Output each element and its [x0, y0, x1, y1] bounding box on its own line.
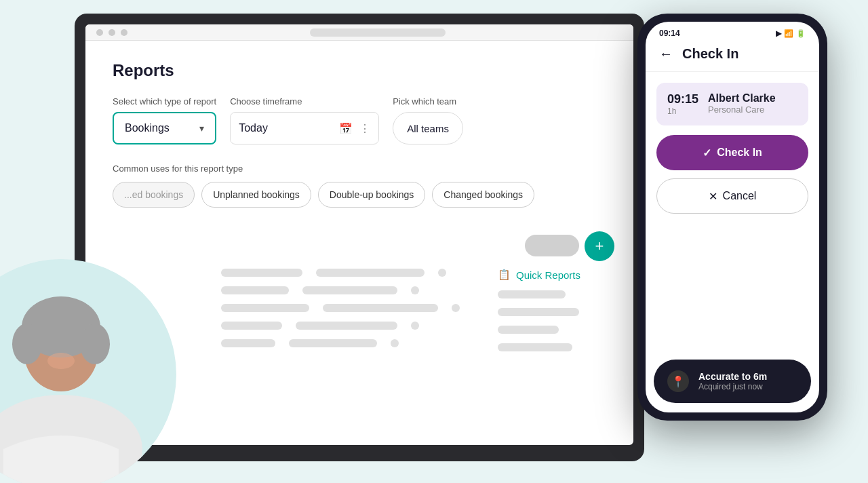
- skel-dot: [411, 286, 419, 294]
- skel-cell: [296, 322, 397, 330]
- skel-cell: [221, 286, 289, 294]
- traffic-light-max: [121, 29, 127, 36]
- report-type-select[interactable]: Bookings ▾: [113, 112, 216, 144]
- appt-client-name: Albert Clarke: [708, 92, 776, 104]
- location-acquired: Acquired just now: [698, 382, 767, 391]
- chips-row: ...ed bookings Unplanned bookings Double…: [113, 182, 606, 208]
- chip-cancelled[interactable]: ...ed bookings: [113, 182, 195, 208]
- skel-cell: [221, 339, 275, 347]
- timeframe-select[interactable]: Today 📅 ⋮: [230, 112, 379, 144]
- form-row: Select which type of report Bookings ▾ C…: [113, 96, 606, 144]
- cancel-label: Cancel: [723, 190, 757, 202]
- location-bar: 📍 Accurate to 6m Acquired just now: [654, 360, 811, 403]
- skel-cell: [302, 286, 397, 294]
- skel-cell: [221, 322, 282, 330]
- skeleton-row: [498, 308, 633, 316]
- phone-status-bar: 09:14 ▶ 📶 🔋: [646, 22, 819, 41]
- skel-cell: [498, 290, 566, 298]
- team-select[interactable]: All teams: [393, 112, 463, 144]
- skel-dot: [438, 269, 446, 277]
- appointment-card: 09:15 1h Albert Clarke Personal Care: [656, 83, 808, 125]
- chip-label: Changed bookings: [443, 189, 523, 200]
- traffic-light-close: [96, 29, 103, 36]
- checkin-button[interactable]: ✓ Check In: [656, 135, 808, 170]
- phone-shell: 09:14 ▶ 📶 🔋 ← Check In 09:15 1h Albert C…: [637, 14, 827, 421]
- phone-actions: ✓ Check In ✕ Cancel: [646, 135, 819, 214]
- appt-duration: 1h: [667, 107, 698, 116]
- chip-doubleup[interactable]: Double-up bookings: [318, 182, 426, 208]
- location-pin-icon: 📍: [667, 370, 689, 392]
- reports-panel: Reports Select which type of report Book…: [85, 41, 633, 228]
- gray-pill: [525, 235, 579, 256]
- skel-cell: [498, 343, 572, 351]
- report-type-group: Select which type of report Bookings ▾: [113, 96, 216, 144]
- x-icon: ✕: [709, 190, 717, 203]
- address-bar: [310, 28, 446, 37]
- chip-label: Unplanned bookings: [213, 189, 300, 200]
- teal-action-button[interactable]: +: [585, 231, 614, 261]
- skel-cell: [289, 339, 377, 347]
- phone-screen: 09:14 ▶ 📶 🔋 ← Check In 09:15 1h Albert C…: [646, 22, 819, 412]
- timeframe-value: Today: [239, 122, 268, 134]
- appt-time-block: 09:15 1h: [667, 92, 698, 116]
- svg-point-6: [47, 353, 75, 369]
- select-label: Select which type of report: [113, 96, 216, 107]
- wifi-icon: ▶: [776, 29, 781, 38]
- skeleton-row: [498, 290, 633, 298]
- phone-header: ← Check In: [646, 41, 819, 72]
- skel-cell: [316, 269, 425, 277]
- checkmark-icon: ✓: [703, 147, 711, 159]
- timeframe-label: Choose timeframe: [230, 96, 379, 107]
- calendar-icon: 📅: [339, 122, 353, 135]
- location-accuracy: Accurate to 6m: [698, 371, 767, 382]
- status-icons: ▶ 📶 🔋: [776, 29, 806, 38]
- timeframe-icons: 📅 ⋮: [339, 122, 370, 135]
- team-label: Pick which team: [393, 96, 463, 107]
- timeframe-group: Choose timeframe Today 📅 ⋮: [230, 96, 379, 144]
- traffic-light-min: [108, 29, 115, 36]
- appt-service-type: Personal Care: [708, 104, 776, 115]
- skel-dot: [391, 339, 399, 347]
- chip-changed[interactable]: Changed bookings: [432, 182, 534, 208]
- checkin-label: Check In: [717, 147, 762, 159]
- quick-reports-label: Quick Reports: [516, 269, 580, 281]
- list-icon: 📋: [498, 269, 511, 281]
- battery-icon: 🔋: [796, 29, 806, 38]
- svg-point-5: [80, 324, 110, 364]
- signal-icon: 📶: [784, 29, 793, 38]
- team-group: Pick which team All teams: [393, 96, 463, 144]
- select-value: Bookings: [125, 122, 170, 134]
- skel-cell: [221, 269, 302, 277]
- more-options-icon: ⋮: [359, 122, 370, 135]
- chip-unplanned[interactable]: Unplanned bookings: [201, 182, 311, 208]
- appt-time: 09:15: [667, 92, 698, 107]
- woman-illustration: [0, 273, 159, 483]
- skel-dot: [452, 304, 460, 312]
- skel-dot: [411, 322, 419, 330]
- location-info: Accurate to 6m Acquired just now: [698, 371, 767, 391]
- team-value: All teams: [407, 123, 449, 134]
- back-button[interactable]: ←: [659, 46, 673, 62]
- skeleton-row: [498, 326, 633, 334]
- appt-info-block: Albert Clarke Personal Care: [708, 92, 776, 115]
- cancel-button[interactable]: ✕ Cancel: [656, 178, 808, 214]
- svg-point-4: [12, 324, 42, 364]
- chip-label: Double-up bookings: [330, 189, 414, 200]
- quick-reports-header: 📋 Quick Reports: [498, 269, 633, 281]
- right-panel: 📋 Quick Reports: [498, 269, 633, 361]
- phone-time: 09:14: [659, 28, 680, 38]
- common-uses-label: Common uses for this report type: [113, 163, 606, 174]
- chevron-down-icon: ▾: [199, 123, 204, 134]
- reports-title: Reports: [113, 61, 606, 80]
- skel-cell: [498, 308, 579, 316]
- skeleton-row: [498, 343, 633, 351]
- phone-checkin-title: Check In: [682, 46, 738, 62]
- chip-label: ...ed bookings: [124, 189, 183, 200]
- skel-cell: [323, 304, 438, 312]
- skel-cell: [221, 304, 309, 312]
- skel-cell: [498, 326, 559, 334]
